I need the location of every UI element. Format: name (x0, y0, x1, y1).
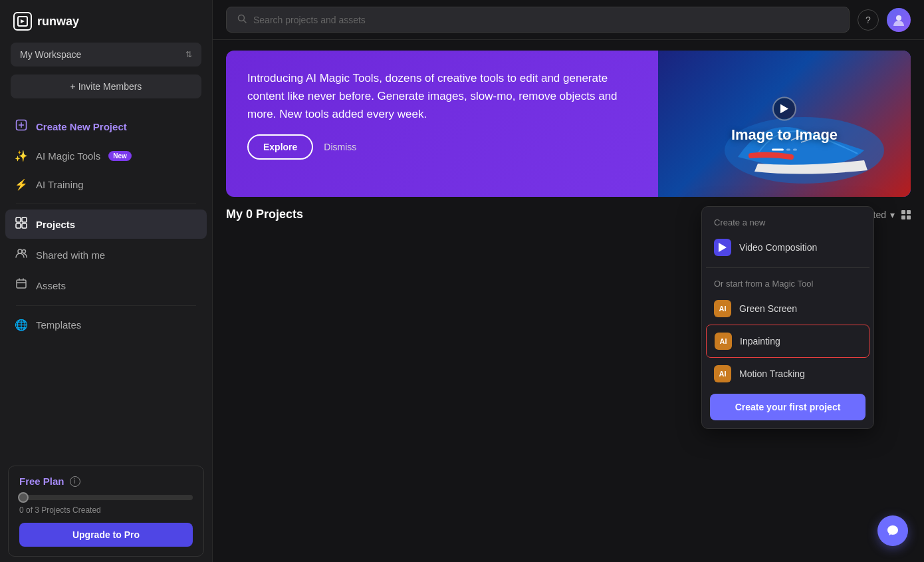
grid-icon (901, 210, 911, 219)
banner-right: Image to Image (658, 51, 911, 197)
logo-icon (13, 12, 32, 31)
svg-point-7 (23, 250, 26, 253)
workspace-arrows-icon: ⇅ (185, 50, 192, 59)
sidebar-item-projects[interactable]: Projects (5, 210, 207, 239)
assets-icon (15, 278, 28, 293)
workspace-selector[interactable]: My Workspace ⇅ (11, 43, 201, 67)
workspace-name: My Workspace (20, 49, 81, 60)
sidebar-divider-1 (16, 204, 196, 204)
progress-dot (18, 492, 29, 503)
banner-overlay: Image to Image (731, 97, 838, 151)
free-plan-title-row: Free Plan i (19, 476, 193, 487)
dropdown-inpainting-label: Inpainting (740, 336, 780, 347)
grid-view-toggle[interactable] (901, 210, 911, 219)
upgrade-to-pro-button[interactable]: Upgrade to Pro (19, 523, 193, 547)
svg-rect-5 (22, 223, 27, 228)
free-plan-info-icon[interactable]: i (70, 476, 80, 487)
explore-button[interactable]: Explore (247, 134, 313, 160)
green-screen-icon: AI (714, 300, 731, 317)
svg-rect-3 (22, 217, 27, 222)
sidebar-item-ai-magic-tools[interactable]: ✨ AI Magic Tools New (5, 142, 207, 170)
sidebar-item-templates[interactable]: 🌐 Templates (5, 311, 207, 339)
free-plan-section: Free Plan i 0 of 3 Projects Created Upgr… (8, 466, 204, 557)
banner-image-text: Image to Image (731, 126, 838, 144)
banner-actions: Explore Dismiss (247, 134, 637, 160)
search-box[interactable]: Search projects and assets (226, 7, 850, 33)
new-badge: New (108, 151, 132, 161)
dropdown-green-screen[interactable]: AI Green Screen (706, 293, 869, 325)
video-composition-icon (714, 239, 731, 256)
create-project-icon (15, 119, 28, 134)
dropdown-motion-tracking[interactable]: AI Motion Tracking (706, 358, 869, 390)
svg-rect-4 (16, 223, 21, 228)
sidebar: runway My Workspace ⇅ + Invite Members C… (0, 0, 213, 562)
dropdown-green-screen-label: Green Screen (739, 303, 797, 314)
dismiss-button[interactable]: Dismiss (324, 142, 356, 152)
svg-rect-2 (16, 217, 21, 222)
sidebar-item-label-projects: Projects (36, 219, 75, 230)
promo-banner: Introducing AI Magic Tools, dozens of cr… (226, 51, 911, 197)
svg-point-6 (18, 249, 22, 253)
sidebar-item-create-project[interactable]: Create New Project (5, 112, 207, 141)
magic-tools-icon: ✨ (15, 150, 28, 162)
dropdown-inpainting[interactable]: AI Inpainting (706, 325, 869, 358)
sidebar-item-label-training: AI Training (36, 179, 84, 190)
progress-label: 0 of 3 Projects Created (19, 505, 193, 515)
search-placeholder: Search projects and assets (253, 15, 366, 25)
templates-icon: 🌐 (15, 319, 28, 331)
user-avatar[interactable] (887, 8, 911, 32)
inpainting-icon: AI (715, 333, 732, 350)
topbar: Search projects and assets ? (213, 0, 924, 40)
sidebar-item-ai-training[interactable]: ⚡ AI Training (5, 171, 207, 198)
sidebar-item-shared-with-me[interactable]: Shared with me (5, 240, 207, 269)
dropdown-section1-title: Create a new (706, 211, 869, 231)
sidebar-divider-2 (16, 305, 196, 306)
search-icon (237, 14, 247, 25)
chat-support-button[interactable] (877, 515, 908, 546)
sidebar-item-label-magic: AI Magic Tools (36, 150, 100, 162)
sort-chevron-icon: ▾ (890, 210, 895, 220)
sidebar-item-label-create: Create New Project (36, 121, 127, 132)
sidebar-nav: Create New Project ✨ AI Magic Tools New … (0, 112, 212, 460)
shared-icon (15, 247, 28, 262)
projects-icon (15, 217, 28, 231)
logo-area: runway (0, 0, 212, 43)
invite-members-button[interactable]: + Invite Members (11, 74, 201, 98)
help-button[interactable]: ? (858, 9, 879, 31)
create-new-dropdown: Create a new Video Composition Or start … (701, 206, 874, 429)
dropdown-divider (706, 267, 869, 268)
dropdown-section2-title: Or start from a Magic Tool (706, 272, 869, 293)
svg-rect-8 (17, 280, 26, 288)
banner-description: Introducing AI Magic Tools, dozens of cr… (247, 69, 637, 124)
sidebar-item-label-assets: Assets (36, 280, 66, 291)
dropdown-video-label: Video Composition (739, 242, 817, 253)
sidebar-item-label-shared: Shared with me (36, 249, 105, 261)
sidebar-item-label-templates: Templates (36, 319, 81, 331)
play-button[interactable] (772, 97, 796, 121)
ai-training-icon: ⚡ (15, 178, 28, 191)
svg-point-10 (896, 15, 901, 21)
banner-left: Introducing AI Magic Tools, dozens of cr… (226, 51, 658, 197)
dropdown-motion-tracking-label: Motion Tracking (739, 368, 805, 379)
sidebar-item-assets[interactable]: Assets (5, 271, 207, 300)
progress-bar (19, 495, 193, 500)
main-content: Search projects and assets ? Introducing… (213, 0, 924, 562)
create-first-project-button[interactable]: Create your first project (710, 394, 866, 420)
projects-title: My 0 Projects (226, 208, 303, 221)
logo-text: runway (37, 15, 79, 29)
topbar-right: ? (858, 8, 911, 32)
banner-dots (772, 149, 797, 151)
dropdown-video-composition[interactable]: Video Composition (706, 231, 869, 263)
motion-tracking-icon: AI (714, 365, 731, 382)
free-plan-label: Free Plan (19, 476, 64, 487)
